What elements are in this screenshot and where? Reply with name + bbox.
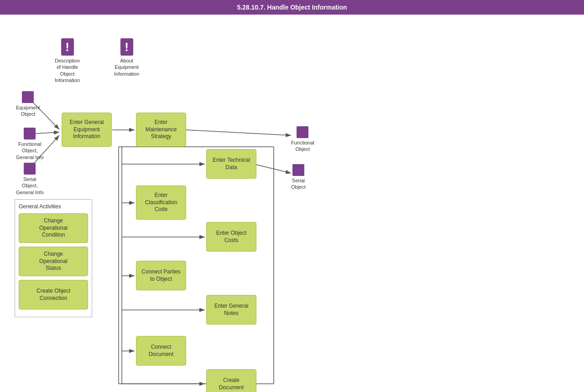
create-doc-box[interactable]: CreateDocument — [206, 369, 256, 392]
gen-activities-panel: General Activities ChangeOperationalCond… — [15, 199, 92, 317]
func-obj-in-icon — [24, 128, 36, 139]
desc-handle-icon-group: ! Descriptionof HandleObjectInformation — [55, 38, 80, 83]
gen-activities-title: General Activities — [19, 203, 88, 210]
func-obj-in: FunctionalObject,General Info — [16, 128, 44, 160]
equip-obj: EquipmentObject — [16, 91, 40, 118]
enter-class-box[interactable]: EnterClassificationCode — [136, 186, 186, 220]
equip-obj-icon — [22, 91, 34, 103]
func-obj-out-label: FunctionalObject — [291, 139, 314, 153]
about-equip-label: AboutEquipmentInformation — [114, 57, 139, 77]
create-obj-conn-box[interactable]: Create ObjectConnection — [19, 280, 88, 309]
title-bar: 5.28.10.7. Handle Object Information — [0, 0, 584, 15]
desc-handle-label: Descriptionof HandleObjectInformation — [55, 57, 80, 83]
title-text: 5.28.10.7. Handle Object Information — [237, 4, 347, 11]
change-op-status-box[interactable]: ChangeOperationalStatus — [19, 247, 88, 276]
serial-obj-out-label: SerialObject — [291, 177, 306, 191]
func-obj-out: FunctionalObject — [291, 126, 314, 153]
serial-obj-in-label: SerialObject,General Info — [16, 176, 44, 196]
svg-line-6 — [186, 130, 291, 135]
enter-general-box[interactable]: Enter GeneralEquipmentInformation — [62, 113, 112, 147]
about-equip-icon-group: ! AboutEquipmentInformation — [114, 38, 139, 77]
enter-costs-box[interactable]: Enter ObjectCosts — [206, 222, 256, 252]
enter-maint-box[interactable]: EnterMaintenanceStrategy — [136, 113, 186, 147]
equip-obj-label: EquipmentObject — [16, 104, 40, 118]
svg-line-8 — [254, 164, 291, 173]
serial-obj-in-icon — [24, 163, 36, 175]
desc-handle-icon: ! — [61, 38, 74, 56]
func-obj-out-icon — [297, 126, 308, 138]
change-op-cond-box[interactable]: ChangeOperationalCondition — [19, 213, 88, 243]
canvas: ! Descriptionof HandleObjectInformation … — [0, 15, 584, 392]
serial-obj-out-icon — [292, 164, 304, 176]
enter-tech-box[interactable]: Enter TechnicalData — [206, 149, 256, 179]
about-equip-icon: ! — [120, 38, 133, 56]
serial-obj-out: SerialObject — [291, 164, 306, 191]
func-obj-in-label: FunctionalObject,General Info — [16, 141, 44, 160]
connect-doc-box[interactable]: ConnectDocument — [136, 336, 186, 366]
enter-notes-box[interactable]: Enter GeneralNotes — [206, 295, 256, 325]
connect-parties-box[interactable]: Connect Partiesto Object — [136, 261, 186, 290]
serial-obj-in: SerialObject,General Info — [16, 163, 44, 196]
